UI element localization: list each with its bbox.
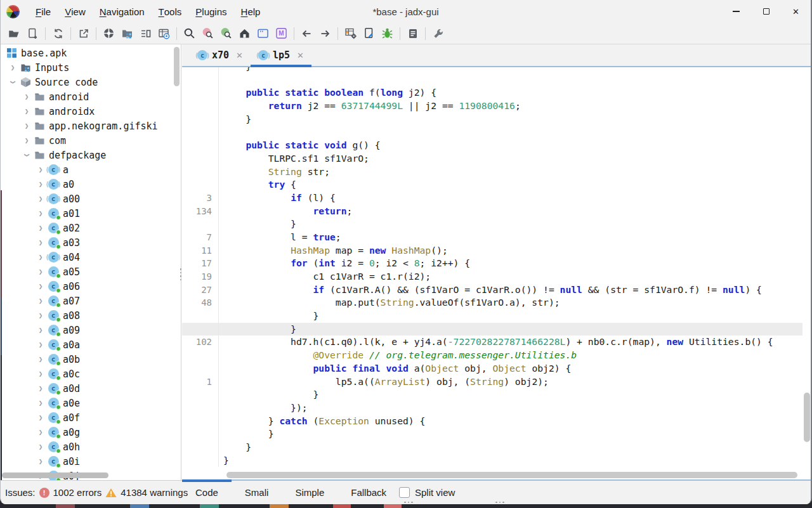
chevron-right-icon[interactable]: ❯	[34, 311, 48, 320]
menu-view[interactable]: View	[58, 0, 93, 23]
chevron-right-icon[interactable]: ❯	[34, 414, 48, 422]
code-line[interactable]: String str;	[182, 166, 802, 179]
search-class-icon[interactable]	[217, 25, 235, 42]
code-line[interactable]: }	[182, 388, 802, 401]
tree-item-a0[interactable]: ❯c()a0	[1, 177, 172, 192]
menu-help[interactable]: Help	[234, 0, 268, 23]
log-viewer-icon[interactable]	[403, 25, 422, 42]
code-line[interactable]: 11 HashMap map = new HashMap();	[182, 244, 802, 257]
code-line[interactable]: 27 if (c1VarR.A() && (sf1VarO = c1VarR.o…	[182, 283, 802, 297]
code-line[interactable]: return j2 == 6371744499L || j2 == 119080…	[182, 100, 802, 113]
debugger-icon[interactable]	[378, 25, 396, 42]
code-line[interactable]	[182, 126, 802, 139]
tree-item-Source code[interactable]: ❯Source code	[1, 75, 172, 89]
code-line[interactable]: public final void a(Object obj, Object o…	[182, 362, 802, 375]
tree-item-base.apk[interactable]: base.apk	[1, 46, 172, 60]
chevron-right-icon[interactable]: ❯	[20, 136, 34, 145]
add-files-icon[interactable]	[23, 25, 42, 42]
split-view-checkbox[interactable]	[399, 487, 410, 498]
export-icon[interactable]	[74, 25, 93, 42]
tree-item-a0b[interactable]: ❯ca0b	[1, 352, 172, 367]
chevron-right-icon[interactable]: ❯	[34, 443, 48, 451]
tree-item-a06[interactable]: ❯ca06	[1, 279, 172, 294]
chevron-down-icon[interactable]: ❯	[23, 148, 31, 162]
tree-horizontal-scrollbar[interactable]	[2, 472, 108, 478]
code-line[interactable]: }	[182, 427, 802, 441]
quark-report-icon[interactable]	[341, 25, 360, 42]
tree-vertical-scrollbar[interactable]	[174, 47, 180, 86]
code-line[interactable]: 19 c1 c1VarR = c1.r(i2);	[182, 270, 802, 283]
view-tab-simple[interactable]: Simple	[282, 481, 337, 504]
tree-item-a0h[interactable]: ❯ca0h	[1, 440, 172, 454]
chevron-right-icon[interactable]: ❯	[34, 384, 48, 393]
code-line[interactable]: 1 lp5.a((ArrayList) obj, (String) obj2);	[182, 375, 802, 389]
menu-file[interactable]: File	[29, 0, 58, 23]
chevron-right-icon[interactable]: ❯	[34, 399, 48, 407]
reload-icon[interactable]	[49, 25, 67, 42]
editor-horizontal-scrollbar[interactable]	[226, 472, 797, 478]
code-line[interactable]: }	[182, 218, 802, 231]
code-line[interactable]	[182, 74, 802, 87]
code-line[interactable]: 3 if (l) {	[182, 192, 802, 205]
code-area[interactable]: } public static boolean f(long j2) { ret…	[182, 67, 802, 470]
chevron-right-icon[interactable]: ❯	[34, 297, 48, 305]
chevron-right-icon[interactable]: ❯	[34, 355, 48, 363]
flat-packages-icon[interactable]	[118, 25, 136, 42]
chevron-right-icon[interactable]: ❯	[34, 238, 48, 247]
tree-item-a08[interactable]: ❯ca08	[1, 308, 172, 323]
chevron-right-icon[interactable]: ❯	[6, 63, 20, 72]
chevron-right-icon[interactable]: ❯	[20, 93, 34, 101]
tree-item-Inputs[interactable]: ❯Inputs	[1, 60, 172, 75]
tree-item-android[interactable]: ❯android	[1, 89, 172, 104]
search-instance-icon[interactable]	[199, 25, 217, 42]
chevron-right-icon[interactable]: ❯	[34, 282, 48, 290]
chevron-right-icon[interactable]: ❯	[34, 341, 48, 349]
main-class-icon[interactable]: M	[272, 25, 291, 42]
forward-icon[interactable]	[316, 25, 334, 42]
search-text-icon[interactable]	[180, 25, 199, 42]
close-button[interactable]: ✕	[781, 0, 811, 23]
tree-item-a0d[interactable]: ❯ca0d	[1, 381, 172, 396]
tree-item-a0e[interactable]: ❯ca0e	[1, 396, 172, 410]
chevron-right-icon[interactable]: ❯	[34, 370, 48, 378]
code-line[interactable]: @Override // org.telegram.messenger.Util…	[182, 349, 802, 362]
open-window-icon[interactable]	[254, 25, 272, 42]
resize-grip[interactable]	[495, 502, 504, 504]
tree-item-a0i[interactable]: ❯ca0i	[1, 454, 172, 469]
tree-item-a[interactable]: ❯c()a	[1, 162, 172, 177]
code-line[interactable]: 17 for (int i2 = 0; i2 < 8; i2++) {	[182, 257, 802, 270]
tree-item-a0g[interactable]: ❯ca0g	[1, 425, 172, 440]
chevron-right-icon[interactable]: ❯	[34, 209, 48, 218]
editor-tab-x70[interactable]: c()x70✕	[190, 44, 251, 66]
tree-item-a0c[interactable]: ❯ca0c	[1, 367, 172, 381]
tree-item-a04[interactable]: ❯c()a04	[1, 250, 172, 264]
main-activity-icon[interactable]	[235, 25, 254, 42]
code-line[interactable]: public static void g() {	[182, 139, 802, 152]
menu-tools[interactable]: Tools	[152, 0, 189, 23]
view-tab-fallback[interactable]: Fallback	[337, 481, 400, 504]
chevron-right-icon[interactable]: ❯	[34, 224, 48, 232]
heap-usage-icon[interactable]	[136, 25, 155, 42]
code-line[interactable]: }	[182, 309, 802, 323]
code-line[interactable]: try {	[182, 178, 802, 192]
code-line[interactable]: } catch (Exception unused) {	[182, 415, 802, 428]
chevron-down-icon[interactable]: ❯	[9, 75, 17, 89]
code-line[interactable]: }	[182, 441, 802, 454]
alt-versions-icon[interactable]	[155, 25, 173, 42]
code-line[interactable]: }	[182, 67, 802, 74]
resize-grip[interactable]	[404, 502, 413, 504]
back-icon[interactable]	[298, 25, 316, 42]
code-line[interactable]: 48 map.put(String.valueOf(sf1VarO.a), st…	[182, 296, 802, 309]
code-line[interactable]: 102 hd7.h(c1.q0).l(k, e + yj4.a(-7227028…	[182, 335, 802, 349]
code-line[interactable]: TLRPC.sf1 sf1VarO;	[182, 152, 802, 166]
tree-item-com[interactable]: ❯com	[1, 133, 172, 148]
tree-item-defpackage[interactable]: ❯defpackage	[1, 148, 172, 162]
chevron-right-icon[interactable]: ❯	[20, 107, 34, 115]
code-line[interactable]: 7 l = true;	[182, 231, 802, 244]
tree-item-a01[interactable]: ❯ca01	[1, 206, 172, 221]
view-tab-smali[interactable]: Smali	[232, 481, 282, 504]
maximize-button[interactable]	[751, 0, 781, 23]
menu-plugins[interactable]: Plugins	[188, 0, 233, 23]
menu-navigation[interactable]: Navigation	[93, 0, 152, 23]
tree-item-app.nekogram.gifski[interactable]: ❯app.nekogram.gifski	[1, 119, 172, 133]
